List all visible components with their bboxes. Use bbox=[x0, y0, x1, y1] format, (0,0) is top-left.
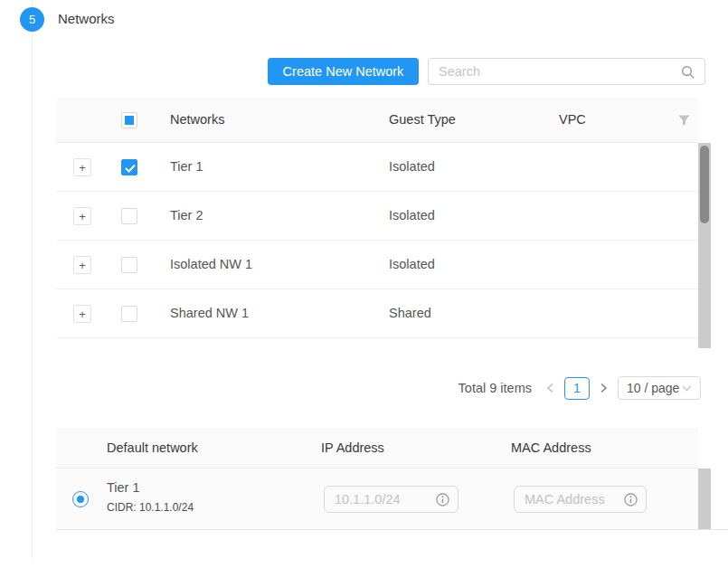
info-circle-icon[interactable] bbox=[436, 493, 449, 506]
pagination-page-1[interactable]: 1 bbox=[564, 377, 590, 400]
chevron-left-icon bbox=[546, 383, 554, 393]
pagination-total: Total 9 items bbox=[459, 381, 532, 395]
info-circle-icon[interactable] bbox=[624, 493, 638, 506]
search-input[interactable] bbox=[429, 59, 673, 84]
column-header-guest-type: Guest Type bbox=[389, 98, 456, 142]
select-all-checkbox[interactable] bbox=[121, 112, 137, 128]
network-name: Shared NW 1 bbox=[170, 289, 249, 337]
ip-address-field[interactable] bbox=[324, 486, 459, 513]
table-row[interactable]: + Tier 1 Isolated bbox=[56, 143, 698, 192]
chevron-down-icon bbox=[682, 385, 692, 392]
mac-address-field[interactable] bbox=[514, 486, 647, 513]
page-size-value: 10 / page bbox=[627, 381, 679, 395]
create-new-network-button[interactable]: Create New Network bbox=[268, 58, 419, 85]
table-bottom-divider bbox=[56, 529, 728, 530]
column-header-networks: Networks bbox=[170, 98, 224, 142]
table-row[interactable]: + Shared NW 1 Shared bbox=[56, 289, 698, 338]
networks-step-panel: 5 Networks Create New Network Networks G… bbox=[0, 0, 728, 568]
step-number: 5 bbox=[29, 13, 35, 26]
network-name: Tier 2 bbox=[170, 192, 203, 240]
pagination-prev-button[interactable] bbox=[544, 383, 556, 393]
row-checkbox[interactable] bbox=[121, 208, 137, 224]
table-row[interactable]: + Isolated NW 1 Isolated bbox=[56, 241, 698, 289]
filter-icon[interactable] bbox=[678, 115, 690, 127]
row-checkbox[interactable] bbox=[121, 159, 137, 175]
default-network-radio[interactable] bbox=[72, 491, 89, 507]
chevron-right-icon bbox=[600, 383, 608, 393]
network-guest-type: Isolated bbox=[389, 241, 435, 289]
search-icon[interactable] bbox=[681, 65, 695, 80]
scrollbar-thumb[interactable] bbox=[700, 146, 709, 223]
column-header-default-network: Default network bbox=[107, 428, 198, 468]
network-guest-type: Isolated bbox=[389, 143, 435, 191]
expand-row-button[interactable]: + bbox=[73, 305, 91, 323]
step-connector-line bbox=[32, 0, 33, 559]
table-row[interactable]: + Tier 2 Isolated bbox=[56, 192, 698, 241]
step-number-badge: 5 bbox=[20, 7, 44, 32]
network-name: Tier 1 bbox=[170, 143, 203, 191]
default-network-table-header: Default network IP Address MAC Address bbox=[56, 428, 698, 469]
expand-row-button[interactable]: + bbox=[73, 207, 91, 225]
pagination: Total 9 items 1 10 / page bbox=[459, 375, 701, 401]
column-header-ip-address: IP Address bbox=[321, 428, 384, 468]
ip-address-input[interactable] bbox=[325, 487, 422, 512]
page-size-select[interactable]: 10 / page bbox=[618, 376, 701, 400]
row-checkbox[interactable] bbox=[121, 306, 137, 322]
network-guest-type: Shared bbox=[389, 289, 431, 337]
default-network-row[interactable]: Tier 1 CIDR: 10.1.1.0/24 bbox=[56, 469, 698, 530]
expand-row-button[interactable]: + bbox=[73, 256, 91, 274]
network-name: Isolated NW 1 bbox=[170, 241, 252, 289]
search-box[interactable] bbox=[428, 58, 705, 85]
scrollbar-track[interactable] bbox=[698, 469, 711, 530]
column-header-vpc: VPC bbox=[559, 98, 586, 142]
networks-table-header: Networks Guest Type VPC bbox=[56, 98, 698, 143]
step-title: Networks bbox=[58, 11, 115, 26]
default-network-name: Tier 1 bbox=[107, 480, 140, 495]
column-header-mac-address: MAC Address bbox=[511, 428, 591, 468]
default-network-cidr: CIDR: 10.1.1.0/24 bbox=[107, 501, 194, 514]
pagination-next-button[interactable] bbox=[598, 383, 610, 393]
network-guest-type: Isolated bbox=[389, 192, 435, 240]
row-checkbox[interactable] bbox=[121, 257, 137, 273]
check-icon bbox=[124, 163, 137, 174]
mac-address-input[interactable] bbox=[515, 487, 610, 512]
expand-row-button[interactable]: + bbox=[73, 158, 91, 176]
